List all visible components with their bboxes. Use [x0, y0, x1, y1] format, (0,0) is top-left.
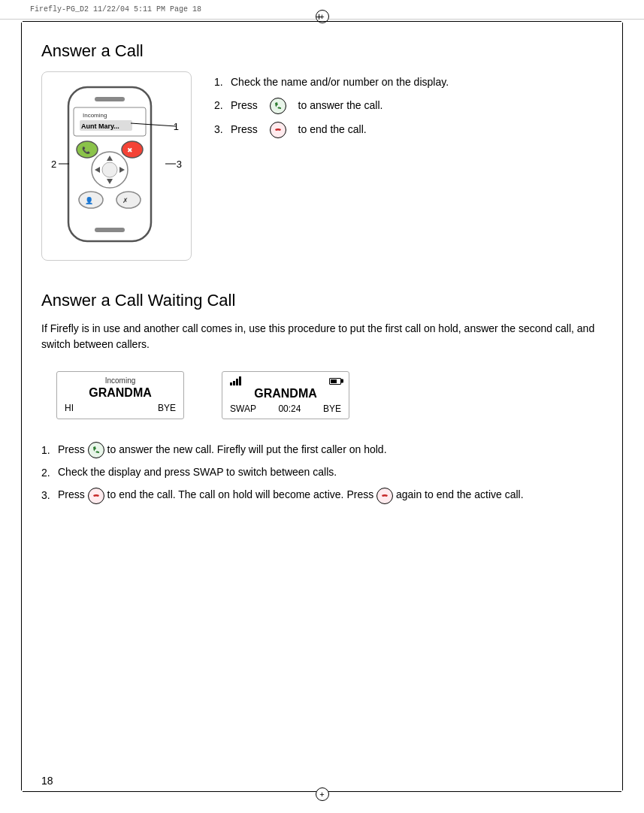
card1-right: BYE — [158, 403, 176, 413]
card2-right: BYE — [323, 403, 341, 414]
right-border — [622, 23, 623, 790]
phone-svg: Incoming Aunt Mary... 📞 — [57, 83, 162, 249]
left-border — [21, 23, 22, 790]
svg-text:📞: 📞 — [82, 146, 91, 155]
diagram-label-3: 3 — [177, 159, 182, 170]
svg-text:Aunt Mary...: Aunt Mary... — [81, 122, 119, 130]
phone-illustration: Incoming Aunt Mary... 📞 — [41, 71, 192, 261]
main-content: Answer a Call Incoming Aunt Mary... — [41, 41, 603, 772]
incoming-call-card: Incoming GRANDMA HI BYE — [56, 371, 184, 419]
signal-bar-1 — [230, 382, 232, 385]
section2-title: Answer a Call Waiting Call — [41, 291, 603, 310]
registration-circle-bottom: + — [316, 787, 329, 801]
section2-description: If Firefly is in use and another call co… — [41, 321, 603, 352]
signal-bar-4 — [239, 376, 241, 385]
svg-rect-1 — [95, 97, 125, 101]
svg-text:👤: 👤 — [85, 196, 94, 205]
step-3: Press to end the call. — [214, 122, 603, 138]
instructions-list: Check the name and/or number on the disp… — [214, 71, 603, 261]
svg-text:✖: ✖ — [127, 147, 133, 154]
s2-step-3-text: Press to end the call. The call on hold … — [58, 487, 603, 503]
top-border — [23, 21, 621, 22]
s2-step-2: Check the display and press SWAP to swit… — [41, 464, 603, 481]
card2-name: GRANDMA — [230, 387, 341, 400]
card1-name: GRANDMA — [65, 386, 176, 400]
signal-bar-3 — [236, 379, 238, 385]
page-number: 18 — [41, 775, 53, 787]
card2-center: 00:24 — [278, 403, 301, 414]
s2-step-1-text: Press to answer the new call. Firefly wi… — [58, 442, 603, 458]
red-button-icon-3 — [376, 488, 393, 504]
s2-step-3: Press to end the call. The call on hold … — [41, 487, 603, 503]
card1-footer: HI BYE — [65, 403, 176, 413]
card2-left: SWAP — [230, 403, 256, 414]
step-2: Press to answer the call. — [214, 98, 603, 114]
green-button-icon-2 — [88, 442, 104, 458]
s2-step-1: Press to answer the new call. Firefly wi… — [41, 442, 603, 458]
red-button-icon-2 — [88, 488, 104, 504]
card2-icons — [230, 376, 341, 385]
signal-bar-2 — [233, 381, 235, 385]
card1-left: HI — [65, 403, 74, 413]
battery-fill — [331, 379, 337, 383]
card2-footer: SWAP 00:24 BYE — [230, 403, 341, 414]
svg-text:✗: ✗ — [122, 197, 128, 204]
card1-header: Incoming — [65, 376, 176, 385]
svg-text:Incoming: Incoming — [83, 112, 107, 119]
battery-icon — [329, 378, 341, 385]
red-button-icon-1 — [270, 122, 286, 138]
answer-call-section: Incoming Aunt Mary... 📞 — [41, 71, 603, 261]
step-1: Check the name and/or number on the disp… — [214, 75, 603, 90]
signal-bars — [230, 376, 241, 385]
section2-steps: Press to answer the new call. Firefly wi… — [41, 442, 603, 504]
active-call-card: GRANDMA SWAP 00:24 BYE — [222, 371, 349, 419]
svg-rect-20 — [95, 228, 125, 232]
answer-waiting-section: Answer a Call Waiting Call If Firefly is… — [41, 291, 603, 504]
display-cards-row: Incoming GRANDMA HI BYE — [56, 371, 603, 419]
section1-title: Answer a Call — [41, 41, 603, 61]
green-button-icon-1 — [270, 98, 286, 114]
diagram-label-2: 2 — [51, 159, 56, 170]
svg-point-18 — [116, 192, 141, 208]
svg-point-11 — [102, 162, 117, 177]
diagram-label-1: 1 — [174, 121, 179, 132]
s2-step-2-text: Check the display and press SWAP to swit… — [58, 464, 603, 480]
